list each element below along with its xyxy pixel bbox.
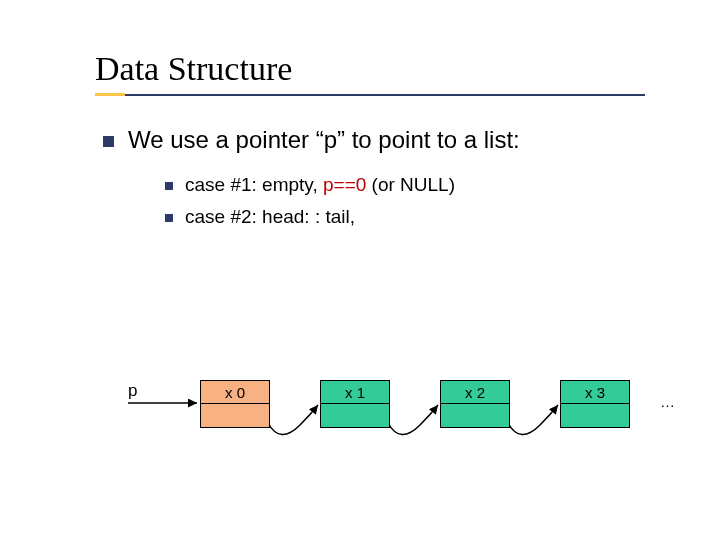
bullet-level1: We use a pointer “p” to point to a list: bbox=[103, 126, 660, 154]
case1-suffix: (or NULL) bbox=[366, 174, 455, 195]
node-value: x 3 bbox=[561, 381, 629, 404]
list-node-1: x 1 bbox=[320, 380, 390, 428]
bullet-square-icon bbox=[165, 214, 173, 222]
bullet-square-icon bbox=[165, 182, 173, 190]
title-underline bbox=[95, 94, 645, 96]
bullet-case2-text: case #2: head: : tail, bbox=[185, 206, 355, 228]
node-value: x 1 bbox=[321, 381, 389, 404]
bullet-square-icon bbox=[103, 136, 114, 147]
bullet-case1-text: case #1: empty, p==0 (or NULL) bbox=[185, 174, 455, 196]
node-value: x 2 bbox=[441, 381, 509, 404]
case1-prefix: case #1: empty, bbox=[185, 174, 323, 195]
bullet-level2-case1: case #1: empty, p==0 (or NULL) bbox=[165, 174, 660, 196]
list-node-2: x 2 bbox=[440, 380, 510, 428]
case1-code: p==0 bbox=[323, 174, 366, 195]
node-value: x 0 bbox=[201, 381, 269, 404]
bullet-level2-case2: case #2: head: : tail, bbox=[165, 206, 660, 228]
bullet-level1-text: We use a pointer “p” to point to a list: bbox=[128, 126, 520, 154]
list-node-0: x 0 bbox=[200, 380, 270, 428]
node-next bbox=[441, 404, 509, 427]
list-node-3: x 3 bbox=[560, 380, 630, 428]
node-next bbox=[561, 404, 629, 427]
ellipsis: … bbox=[660, 393, 675, 410]
node-next bbox=[321, 404, 389, 427]
slide-title: Data Structure bbox=[95, 50, 660, 88]
node-next bbox=[201, 404, 269, 427]
linked-list-diagram: p x 0 x 1 x 2 x 3 … bbox=[0, 375, 720, 495]
